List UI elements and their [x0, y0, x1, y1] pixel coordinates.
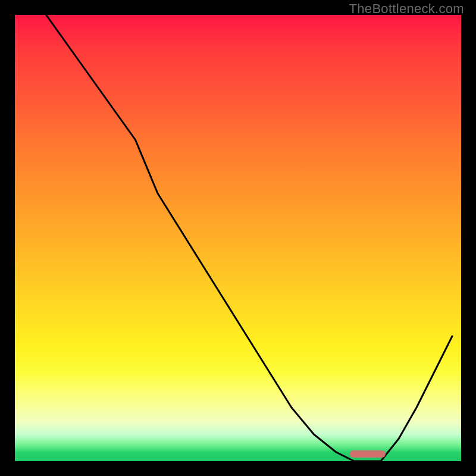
curve-path [46, 15, 453, 461]
bottleneck-curve [15, 15, 461, 461]
optimal-region-marker [350, 450, 386, 458]
plot-area [15, 15, 461, 461]
chart-frame: TheBottleneck.com [0, 0, 476, 476]
